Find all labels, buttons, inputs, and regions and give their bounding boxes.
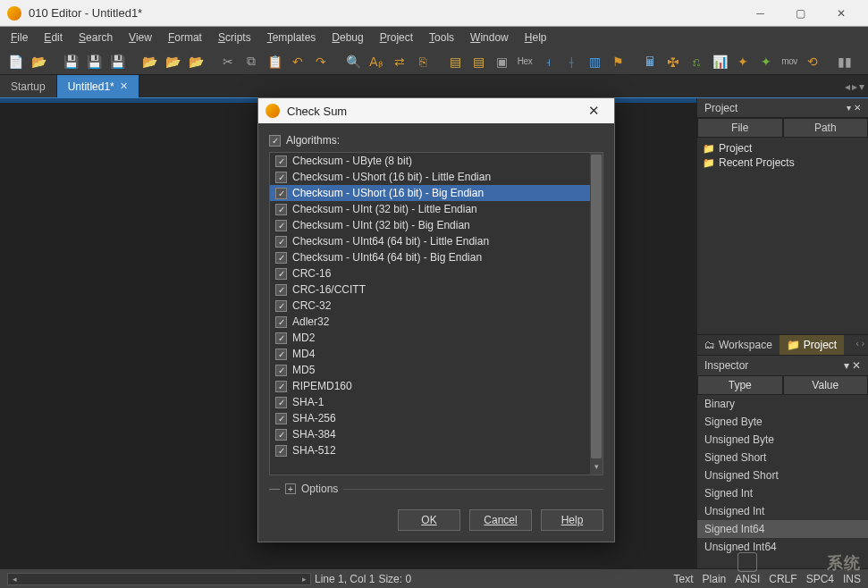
menu-help[interactable]: Help bbox=[518, 29, 554, 46]
algorithm-checkbox[interactable]: ✓ bbox=[275, 332, 287, 344]
operations-icon[interactable]: ✦ bbox=[756, 52, 776, 71]
copy-icon[interactable]: ⧉ bbox=[241, 52, 261, 71]
tab-list-icon[interactable]: ▾ bbox=[859, 80, 864, 93]
inspector-header-value[interactable]: Value bbox=[783, 375, 869, 395]
inspector-row[interactable]: Unsigned Int64 bbox=[697, 538, 868, 556]
algorithm-item[interactable]: ✓CRC-16 bbox=[270, 265, 603, 281]
algorithms-master-checkbox[interactable]: ✓ bbox=[269, 135, 281, 147]
menu-scripts[interactable]: Scripts bbox=[211, 29, 258, 46]
open-process-icon[interactable]: 📂 bbox=[186, 52, 206, 71]
scroll-down-icon[interactable]: ▾ bbox=[590, 462, 603, 475]
algorithm-item[interactable]: ✓MD4 bbox=[270, 346, 603, 362]
checksum-icon[interactable]: ⎌ bbox=[687, 52, 706, 71]
status-seg-ansi[interactable]: ANSI bbox=[735, 573, 760, 585]
inspector-row[interactable]: Signed Int bbox=[697, 484, 868, 502]
workspace-tab-nav[interactable]: ‹ › bbox=[853, 335, 868, 355]
algorithm-item[interactable]: ✓Checksum - UByte (8 bit) bbox=[270, 153, 603, 169]
ok-button[interactable]: OK bbox=[398, 509, 460, 531]
highlight-icon[interactable]: ✦ bbox=[733, 52, 753, 71]
menu-window[interactable]: Window bbox=[463, 29, 516, 46]
find-icon[interactable]: 🔍 bbox=[343, 52, 363, 71]
columns-icon[interactable]: ▥ bbox=[585, 52, 604, 71]
paste-icon[interactable]: 📋 bbox=[265, 52, 284, 71]
algorithm-item[interactable]: ✓MD2 bbox=[270, 330, 603, 346]
options-expand-button[interactable]: + bbox=[285, 483, 296, 494]
inspector-row[interactable]: Unsigned Byte bbox=[697, 431, 868, 449]
menu-search[interactable]: Search bbox=[72, 29, 120, 46]
menu-file[interactable]: File bbox=[4, 29, 35, 46]
algorithm-item[interactable]: ✓Checksum - UInt (32 bit) - Big Endian bbox=[270, 217, 603, 233]
sync-icon[interactable]: ⟲ bbox=[803, 52, 822, 71]
maximize-button[interactable]: ▢ bbox=[780, 1, 821, 26]
ruler-icon[interactable]: ⟊ bbox=[561, 52, 581, 71]
histogram-icon[interactable]: 📊 bbox=[710, 52, 729, 71]
mov-label[interactable]: mov bbox=[780, 52, 799, 71]
calculator-icon[interactable]: 🖩 bbox=[640, 52, 660, 71]
tab-next-icon[interactable]: ▸ bbox=[852, 80, 857, 93]
algorithm-item[interactable]: ✓SHA-1 bbox=[270, 394, 603, 410]
algorithm-item[interactable]: ✓SHA-384 bbox=[270, 426, 603, 442]
workspace-tab[interactable]: 🗂Workspace bbox=[697, 335, 780, 355]
bookmark-icon[interactable]: ⚑ bbox=[608, 52, 628, 71]
algorithm-checkbox[interactable]: ✓ bbox=[275, 381, 287, 392]
algorithm-checkbox[interactable]: ✓ bbox=[275, 220, 287, 231]
menu-templates[interactable]: Templates bbox=[260, 29, 324, 46]
horizontal-scrollbar[interactable]: ◂ ▸ bbox=[7, 573, 311, 585]
algorithm-item[interactable]: ✓Checksum - UShort (16 bit) - Little End… bbox=[270, 169, 603, 185]
dialog-close-button[interactable]: ✕ bbox=[580, 103, 607, 119]
algorithm-item[interactable]: ✓Checksum - UShort (16 bit) - Big Endian bbox=[270, 185, 603, 201]
inspector-row[interactable]: Signed Byte bbox=[697, 413, 868, 431]
tab-close-icon[interactable]: ✕ bbox=[120, 80, 128, 92]
algorithm-checkbox[interactable]: ✓ bbox=[275, 397, 287, 408]
undo-icon[interactable]: ↶ bbox=[288, 52, 308, 71]
status-seg-crlf[interactable]: CRLF bbox=[769, 573, 796, 585]
algorithm-checkbox[interactable]: ✓ bbox=[275, 172, 287, 183]
algorithm-item[interactable]: ✓SHA-256 bbox=[270, 410, 603, 426]
inspector-body[interactable]: BinarySigned ByteUnsigned ByteSigned Sho… bbox=[697, 395, 868, 568]
inspector-dropdown-icon[interactable]: ▾ ✕ bbox=[844, 359, 861, 372]
minimize-button[interactable]: ─ bbox=[740, 1, 780, 26]
algorithm-checkbox[interactable]: ✓ bbox=[275, 236, 287, 248]
algorithm-checkbox[interactable]: ✓ bbox=[275, 155, 287, 167]
tab-prev-icon[interactable]: ◂ bbox=[845, 80, 850, 93]
algorithm-item[interactable]: ✓Checksum - UInt64 (64 bit) - Big Endian bbox=[270, 249, 603, 265]
menu-debug[interactable]: Debug bbox=[324, 29, 370, 46]
algorithm-checkbox[interactable]: ✓ bbox=[275, 445, 287, 457]
goto-icon[interactable]: ⎘ bbox=[413, 52, 433, 71]
inspector-row[interactable]: Unsigned Int bbox=[697, 502, 868, 520]
algorithm-checkbox[interactable]: ✓ bbox=[275, 429, 287, 441]
algorithm-item[interactable]: ✓CRC-32 bbox=[270, 298, 603, 314]
algorithm-checkbox[interactable]: ✓ bbox=[275, 284, 287, 296]
terminal-icon[interactable]: ▣ bbox=[492, 52, 511, 71]
menu-tools[interactable]: Tools bbox=[422, 29, 461, 46]
menu-project[interactable]: Project bbox=[373, 29, 420, 46]
menu-edit[interactable]: Edit bbox=[37, 29, 70, 46]
workspace-tab[interactable]: 📁Project bbox=[780, 335, 844, 355]
algorithm-item[interactable]: ✓Checksum - UInt (32 bit) - Little Endia… bbox=[270, 201, 603, 217]
status-seg-spc4[interactable]: SPC4 bbox=[806, 573, 834, 585]
tree-item[interactable]: 📁Project bbox=[703, 141, 863, 155]
tree-item[interactable]: 📁Recent Projects bbox=[703, 155, 863, 170]
save-icon[interactable]: 💾 bbox=[61, 52, 80, 71]
scroll-left-icon[interactable]: ◂ bbox=[8, 575, 21, 584]
status-seg-plain[interactable]: Plain bbox=[703, 573, 727, 585]
replace-icon[interactable]: ⇄ bbox=[390, 52, 409, 71]
algorithm-checkbox[interactable]: ✓ bbox=[275, 365, 287, 376]
inspector-row[interactable]: Unsigned Short bbox=[697, 466, 868, 484]
redo-icon[interactable]: ↷ bbox=[311, 52, 331, 71]
algorithm-item[interactable]: ✓RIPEMD160 bbox=[270, 378, 603, 394]
inspector-row[interactable]: Binary bbox=[697, 395, 868, 413]
cancel-button[interactable]: Cancel bbox=[469, 509, 532, 531]
document-tab[interactable]: Startup bbox=[0, 75, 57, 97]
algorithm-checkbox[interactable]: ✓ bbox=[275, 349, 287, 360]
hex-label[interactable]: Hex bbox=[515, 52, 535, 71]
document-tab[interactable]: Untitled1*✕ bbox=[57, 75, 139, 97]
find-text-icon[interactable]: Aᵦ bbox=[367, 52, 386, 71]
scroll-thumb[interactable] bbox=[591, 155, 602, 458]
project-header-path[interactable]: Path bbox=[783, 118, 869, 138]
algorithm-checkbox[interactable]: ✓ bbox=[275, 204, 287, 215]
status-seg-ins[interactable]: INS bbox=[843, 573, 861, 585]
algorithm-checkbox[interactable]: ✓ bbox=[275, 413, 287, 424]
algorithm-checkbox[interactable]: ✓ bbox=[275, 268, 287, 280]
panel-dropdown-icon[interactable]: ▾ ✕ bbox=[847, 103, 861, 113]
